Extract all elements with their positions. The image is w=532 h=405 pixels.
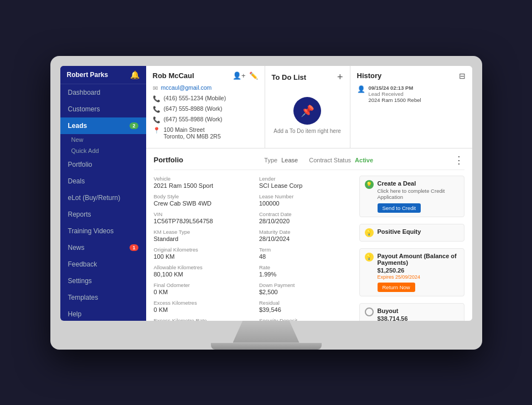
history-panel: History ⊟ 👤 09/15/24 02:13 PM Lead Recei…: [350, 66, 472, 148]
original-km-value: 100 KM: [154, 253, 249, 260]
sidebar-item-settings[interactable]: Settings: [60, 273, 146, 289]
sidebar-item-training[interactable]: Training Videos: [60, 223, 146, 239]
excess-km-label: Excess Kilometres: [154, 300, 249, 306]
todo-panel: To Do List + 📌 Add a To Do item right he…: [265, 66, 350, 148]
contact-work1: (647) 555-8988 (Work): [164, 105, 223, 112]
maturity-date-label: Maturity Date: [259, 229, 354, 235]
residual-label: Residual: [259, 300, 354, 306]
contact-mobile-row: 📞 (416) 555-1234 (Mobile): [153, 95, 258, 102]
portfolio-status-value: Active: [355, 157, 373, 163]
create-deal-sub: Click here to complete Credit Applicatio…: [378, 188, 459, 200]
excess-km-rate-label: Excess Kilometre Rate: [154, 317, 249, 321]
todo-title-row: To Do List +: [272, 71, 343, 83]
main-content: Rob McCaul 👤+ ✏️ ✉ mccaul@gmail.com 📞: [146, 66, 472, 321]
contract-date-label: Contract Date: [259, 211, 354, 217]
portfolio-type: Type Lease: [264, 157, 298, 163]
sidebar-item-portfolio[interactable]: Portfolio: [60, 156, 146, 173]
portfolio-col-1: Vehicle 2021 Ram 1500 Sport Body Style C…: [154, 176, 249, 321]
sidebar-item-dashboard[interactable]: Dashboard: [60, 84, 146, 101]
contract-date-value: 28/10/2020: [259, 218, 354, 224]
body-style-label: Body Style: [154, 193, 249, 199]
sidebar-item-leads-quickadd[interactable]: Quick Add: [60, 145, 146, 156]
residual-group: Residual $39,546: [259, 300, 354, 313]
payout-body: Payout Amount (Balance of Payments) $1,2…: [378, 253, 459, 292]
filter-icon[interactable]: ⊟: [459, 71, 466, 80]
excess-km-rate-group: Excess Kilometre Rate $0.16/KM: [154, 317, 249, 321]
excess-km-group: Excess Kilometres 0 KM: [154, 300, 249, 313]
edit-contact-icon[interactable]: ✏️: [249, 71, 258, 80]
todo-title: To Do List: [272, 73, 307, 81]
sidebar-item-deals[interactable]: Deals: [60, 173, 146, 189]
portfolio-col-2: Lender SCI Lease Corp Lease Number 10000…: [259, 176, 354, 321]
portfolio-section: Portfolio Type Lease Contract Status Act…: [146, 148, 472, 321]
contact-work2: (647) 555-8988 (Work): [164, 116, 223, 122]
term-group: Term 48: [259, 247, 354, 260]
rate-value: 1.99%: [259, 271, 354, 278]
body-style-value: Crew Cab SWB 4WD: [154, 200, 249, 207]
monitor-base: [211, 343, 322, 350]
history-entry: 👤 09/15/24 02:13 PM Lead Received 2024 R…: [357, 85, 466, 103]
history-person-icon: 👤: [357, 85, 365, 103]
contact-email[interactable]: mccaul@gmail.com: [161, 84, 212, 91]
vehicle-value: 2021 Ram 1500 Sport: [154, 182, 249, 189]
positive-equity-card: 💡 Positive Equity: [359, 224, 464, 242]
portfolio-details: Vehicle 2021 Ram 1500 Sport Body Style C…: [154, 176, 354, 321]
history-title-row: History ⊟: [357, 71, 466, 80]
payout-icon: 💡: [365, 253, 374, 262]
portfolio-type-value: Lease: [281, 157, 298, 163]
bell-icon[interactable]: 🔔: [130, 70, 140, 79]
contact-email-row: ✉ mccaul@gmail.com: [153, 84, 258, 92]
lender-value: SCI Lease Corp: [259, 182, 354, 189]
residual-value: $39,546: [259, 306, 354, 313]
portfolio-menu-icon[interactable]: ⋮: [454, 154, 464, 166]
create-deal-card: 💡 Create a Deal Click here to complete C…: [359, 176, 464, 217]
portfolio-status: Contract Status Active: [309, 157, 373, 163]
original-km-group: Original Kilometres 100 KM: [154, 247, 249, 260]
top-panels: Rob McCaul 👤+ ✏️ ✉ mccaul@gmail.com 📞: [146, 66, 472, 148]
todo-add-icon[interactable]: +: [337, 71, 343, 83]
portfolio-meta: Type Lease Contract Status Active: [264, 157, 373, 163]
contact-address: 100 Main Street Toronto, ON M6B 2R5: [164, 126, 221, 140]
sidebar-item-reports[interactable]: Reports: [60, 206, 146, 223]
monitor-stand: [233, 321, 299, 343]
sidebar-item-feedback[interactable]: Feedback: [60, 256, 146, 273]
contact-title-row: Rob McCaul 👤+ ✏️: [153, 71, 258, 80]
body-style-group: Body Style Crew Cab SWB 4WD: [154, 193, 249, 207]
sidebar-item-templates[interactable]: Templates: [60, 289, 146, 306]
term-label: Term: [259, 247, 354, 253]
sidebar-item-elot[interactable]: eLot (Buy/Return): [60, 189, 146, 206]
history-type: Lead Received: [369, 91, 421, 97]
leads-badge: 2: [130, 122, 138, 129]
phone-icon-mobile: 📞: [153, 95, 161, 102]
add-contact-icon[interactable]: 👤+: [233, 71, 246, 80]
create-deal-title: Create a Deal: [378, 180, 459, 187]
create-deal-icon: 💡: [365, 180, 374, 189]
security-deposit-group: Security Deposit $0: [259, 317, 354, 321]
history-entry-detail: 09/15/24 02:13 PM Lead Received 2024 Ram…: [369, 85, 421, 103]
sidebar-item-leads[interactable]: Leads 2: [60, 117, 146, 134]
pin-icon: 📌: [293, 97, 321, 125]
location-icon: 📍: [153, 127, 161, 134]
contact-work1-row: 📞 (647) 555-8988 (Work): [153, 105, 258, 113]
sidebar-header: Robert Parks 🔔: [60, 66, 146, 84]
allowable-km-label: Allowable Kilometres: [154, 264, 249, 270]
sidebar-item-leads-new[interactable]: New: [60, 134, 146, 145]
email-icon: ✉: [153, 85, 158, 92]
buyout-amount: $38,714.56: [378, 315, 459, 321]
vehicle-group: Vehicle 2021 Ram 1500 Sport: [154, 176, 249, 189]
sidebar: Robert Parks 🔔 Dashboard Customers Leads…: [60, 66, 146, 321]
contact-name: Rob McCaul: [153, 71, 194, 80]
sidebar-item-help[interactable]: Help: [60, 306, 146, 321]
sidebar-item-customers[interactable]: Customers: [60, 101, 146, 117]
app-container: Robert Parks 🔔 Dashboard Customers Leads…: [60, 66, 472, 321]
contact-mobile: (416) 555-1234 (Mobile): [164, 95, 226, 101]
buyout-body: Buyout $38,714.56 Expires 25/09/2024 Buy…: [378, 307, 459, 321]
km-lease-group: KM Lease Type Standard: [154, 229, 249, 242]
monitor: Robert Parks 🔔 Dashboard Customers Leads…: [50, 56, 482, 350]
send-to-credit-button[interactable]: Send to Credit: [378, 203, 421, 213]
allowable-km-group: Allowable Kilometres 80,100 KM: [154, 264, 249, 278]
sidebar-item-news[interactable]: News 1: [60, 239, 146, 256]
lender-group: Lender SCI Lease Corp: [259, 176, 354, 189]
maturity-date-value: 28/10/2024: [259, 235, 354, 242]
return-now-button[interactable]: Return Now: [378, 283, 415, 292]
